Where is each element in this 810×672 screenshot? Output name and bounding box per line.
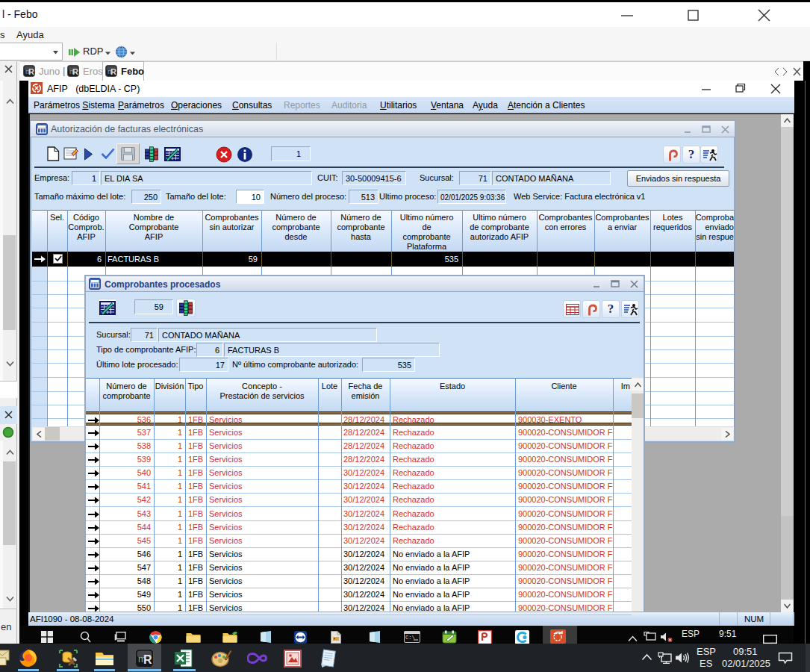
svg-text:C:\: C:\ [405, 635, 415, 641]
svg-text:R: R [143, 653, 152, 666]
svg-text:R: R [72, 67, 78, 76]
svg-text:R: R [110, 67, 116, 76]
svg-text:R: R [28, 67, 34, 76]
